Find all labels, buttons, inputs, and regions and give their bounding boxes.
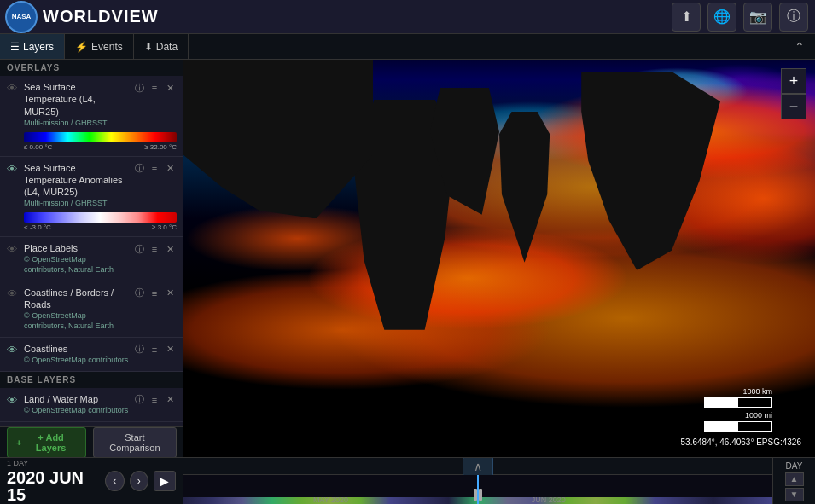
date-display: 2020 JUN 15 xyxy=(7,469,100,503)
add-layers-label: + Add Layers xyxy=(25,432,76,453)
data-icon: ⬇ xyxy=(144,41,153,53)
header: NASA WORLDVIEW ⬆ 🌐 📷 ⓘ xyxy=(0,0,815,34)
colorbar xyxy=(24,212,177,223)
layer-remove-btn[interactable]: ✕ xyxy=(163,242,177,256)
overlays-header: OVERLAYS xyxy=(0,60,183,76)
events-icon: ⚡ xyxy=(75,41,88,53)
timeline-scroll-up[interactable]: ▲ xyxy=(785,472,804,486)
layer-options-btn[interactable]: ≡ xyxy=(148,343,161,356)
timeline-center: ∧ MAY 2020 JUN 2020 xyxy=(183,458,772,504)
layer-options-btn[interactable]: ≡ xyxy=(148,81,161,95)
scale-mi-label: 1000 mi xyxy=(704,411,772,420)
layer-name: Sea Surface Temperature (L4, MUR25) xyxy=(24,81,129,118)
zoom-in-button[interactable]: + xyxy=(781,68,806,94)
visibility-toggle[interactable]: 👁 xyxy=(7,243,20,256)
layer-name: Land / Water Map xyxy=(24,393,129,405)
visibility-toggle[interactable]: 👁 xyxy=(7,82,20,95)
interval-label: 1 DAY xyxy=(7,459,100,467)
share-button[interactable]: ⬆ xyxy=(672,3,701,32)
add-layers-button[interactable]: + + Add Layers xyxy=(7,427,86,458)
globe-button[interactable]: 🌐 xyxy=(707,3,736,32)
timeline-track[interactable]: MAY 2020 JUN 2020 xyxy=(183,475,772,504)
layer-info-btn[interactable]: ⓘ xyxy=(132,81,146,95)
visibility-toggle[interactable]: 👁 xyxy=(7,163,20,176)
layer-remove-btn[interactable]: ✕ xyxy=(163,393,177,407)
tab-data[interactable]: ⬇ Data xyxy=(134,34,189,59)
camera-button[interactable]: 📷 xyxy=(743,3,772,32)
list-item: 👁 Sea Surface Temperature Anomalies (L4,… xyxy=(0,157,183,238)
scale-km-label: 1000 km xyxy=(704,387,772,396)
zoom-out-button[interactable]: − xyxy=(781,94,806,119)
layer-info-btn[interactable]: ⓘ xyxy=(132,343,146,356)
layer-options-btn[interactable]: ≡ xyxy=(148,393,161,407)
colorbar xyxy=(24,132,177,142)
layer-name: Place Labels xyxy=(24,242,129,254)
layer-name: Coastlines xyxy=(24,343,129,355)
layer-remove-btn[interactable]: ✕ xyxy=(163,287,177,300)
layer-options-btn[interactable]: ≡ xyxy=(148,242,161,256)
visibility-toggle[interactable]: 👁 xyxy=(7,287,20,300)
zoom-controls: + − xyxy=(781,68,806,119)
coordinates-display: 53.6484°, 46.4063° EPSG:4326 xyxy=(676,436,806,449)
layer-info-btn[interactable]: ⓘ xyxy=(132,287,146,300)
timeline-expand-button[interactable]: ∧ xyxy=(463,458,493,476)
month-label-may: MAY 2020 xyxy=(313,495,348,504)
colorbar-labels: ≤ 0.00 °C ≥ 32.00 °C xyxy=(24,143,177,151)
tab-events[interactable]: ⚡ Events xyxy=(65,34,134,59)
layer-name: Coastlines / Borders / Roads xyxy=(24,287,129,311)
nasa-logo: NASA xyxy=(5,1,38,33)
header-right: ⬆ 🌐 📷 ⓘ xyxy=(672,3,808,32)
layer-remove-btn[interactable]: ✕ xyxy=(163,162,177,176)
timeline-camera-button[interactable]: ▶ xyxy=(154,471,176,491)
sidebar: OVERLAYS 👁 Sea Surface Temperature (L4, … xyxy=(0,60,183,457)
base-layers-header: BASE LAYERS xyxy=(0,372,183,388)
layer-source: © OpenStreetMap contributors xyxy=(24,356,129,366)
timeline-prev-button[interactable]: ‹ xyxy=(105,471,124,491)
sidebar-footer: + + Add Layers Start Comparison xyxy=(0,426,183,457)
colorbar-labels: < -3.0 °C ≥ 3.0 °C xyxy=(24,223,177,231)
layer-source: © OpenStreetMap contributors, Natural Ea… xyxy=(24,255,129,275)
list-item: 👁 Coastlines / Borders / Roads © OpenStr… xyxy=(0,281,183,338)
start-comparison-button[interactable]: Start Comparison xyxy=(93,427,177,458)
collapse-button[interactable]: ⌃ xyxy=(788,40,812,54)
colorbar-max: ≥ 32.00 °C xyxy=(144,143,177,151)
day-label: DAY xyxy=(786,461,803,471)
list-item: 👁 Coastlines © OpenStreetMap contributor… xyxy=(0,338,183,372)
timeline-next-button[interactable]: › xyxy=(130,471,148,491)
info-button[interactable]: ⓘ xyxy=(779,3,808,32)
tab-layers[interactable]: ☰ Layers xyxy=(0,34,65,59)
colorbar-min: ≤ 0.00 °C xyxy=(24,143,52,151)
list-item: 👁 Sea Surface Temperature (L4, MUR25) Mu… xyxy=(0,76,183,157)
tab-layers-label: Layers xyxy=(23,41,54,53)
start-comparison-label: Start Comparison xyxy=(109,432,160,453)
timeline-left: 1 DAY 2020 JUN 15 ‹ › ▶ xyxy=(0,458,183,504)
visibility-toggle[interactable]: 👁 xyxy=(7,344,20,356)
map[interactable]: + − 1000 km 1000 mi 53.6484°, 46.4063° E… xyxy=(183,60,815,457)
timeline-scroll-down[interactable]: ▼ xyxy=(785,488,804,501)
layer-options-btn[interactable]: ≡ xyxy=(148,162,161,176)
layer-info-btn[interactable]: ⓘ xyxy=(132,393,146,407)
nasa-label: NASA xyxy=(12,13,32,20)
layer-options-btn[interactable]: ≡ xyxy=(148,287,161,300)
colorbar-max: ≥ 3.0 °C xyxy=(152,223,177,231)
layer-source: Multi-mission / GHRSST xyxy=(24,199,129,209)
layer-source: © OpenStreetMap contributors xyxy=(24,406,129,416)
layer-source: Multi-mission / GHRSST xyxy=(24,119,129,129)
timeline-pause-indicator[interactable] xyxy=(474,489,482,501)
app-title: WORLDVIEW xyxy=(43,7,159,26)
list-item: 👁 Place Labels © OpenStreetMap contribut… xyxy=(0,237,183,281)
scale-ruler-km xyxy=(704,397,772,408)
tab-events-label: Events xyxy=(91,41,123,53)
list-item: 👁 Land / Water Map © OpenStreetMap contr… xyxy=(0,388,183,422)
visibility-toggle[interactable]: 👁 xyxy=(7,394,20,407)
layer-info-btn[interactable]: ⓘ xyxy=(132,242,146,256)
layer-remove-btn[interactable]: ✕ xyxy=(163,343,177,356)
plus-icon: + xyxy=(16,437,21,448)
layer-source: © OpenStreetMap contributors, Natural Ea… xyxy=(24,311,129,331)
layer-remove-btn[interactable]: ✕ xyxy=(163,81,177,95)
scale-bar: 1000 km 1000 mi xyxy=(704,387,772,432)
pause-bar-1 xyxy=(474,489,477,501)
nav-tabs: ☰ Layers ⚡ Events ⬇ Data ⌃ xyxy=(0,34,815,60)
layer-info-btn[interactable]: ⓘ xyxy=(132,162,146,176)
timeline-right: DAY ▲ ▼ xyxy=(772,458,815,504)
